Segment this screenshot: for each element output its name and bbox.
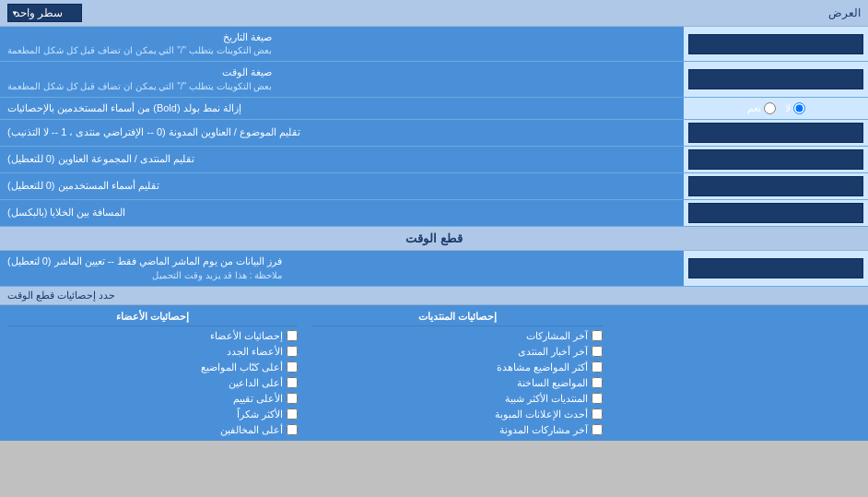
stat-label-top-inviters: أعلى الداعين xyxy=(229,377,283,389)
stats-header: حدد إحصائيات قطع الوقت xyxy=(0,287,868,305)
stat-label-blog-posts: آخر مشاركات المدونة xyxy=(499,424,588,436)
stat-cb-new-members[interactable] xyxy=(287,346,298,357)
stats-col2: إحصائيات الأعضاء إحصائيات الأعضاء الأعضا… xyxy=(0,305,305,441)
stats-title: حدد إحصائيات قطع الوقت xyxy=(7,290,115,302)
display-header-row: العرض سطر واحد سطرين ثلاثة أسطر xyxy=(0,0,868,27)
stats-item: آخر أخبار المنتدى xyxy=(312,344,603,360)
bold-no-label[interactable]: لا xyxy=(785,102,805,114)
stat-cb-last-posts[interactable] xyxy=(592,330,603,341)
cutoff-section-header: قطع الوقت xyxy=(0,227,868,251)
stat-label-new-members: الأعضاء الجدد xyxy=(227,346,283,358)
stats-item: الأكثر شكراً xyxy=(7,407,298,422)
user-names-row: 0 تقليم أسماء المستخدمين (0 للتعطيل) xyxy=(0,173,868,200)
bold-yes-label[interactable]: نعم xyxy=(747,102,776,114)
stats-item: الأعلى تقييم xyxy=(7,391,298,407)
cell-spacing-label: المسافة بين الخلايا (بالبكسل) xyxy=(0,200,684,226)
stat-label-latest-classified: أحدث الإعلانات المبوبة xyxy=(495,408,588,420)
stat-label-forum-news: آخر أخبار المنتدى xyxy=(518,346,588,358)
topic-order-label: تقليم الموضوع / العناوين المدونة (0 -- ا… xyxy=(0,120,684,146)
stats-item: أعلى كتّاب المواضيع xyxy=(7,360,298,375)
stats-right-space xyxy=(610,305,868,441)
stat-label-member-stats: إحصائيات الأعضاء xyxy=(210,330,283,342)
stats-item: أحدث الإعلانات المبوبة xyxy=(312,407,603,422)
stat-cb-hot-topics[interactable] xyxy=(592,377,603,388)
stat-cb-latest-classified[interactable] xyxy=(592,408,603,420)
bold-remove-label: إزالة نمط بولد (Bold) من أسماء المستخدمي… xyxy=(0,98,684,119)
stats-col2-header: إحصائيات الأعضاء xyxy=(7,308,298,326)
bold-radio-group: لا نعم xyxy=(747,102,805,114)
stats-item: آخر المشاركات xyxy=(312,328,603,344)
forum-order-input-cell: 33 xyxy=(684,147,868,172)
user-names-input[interactable]: 0 xyxy=(688,176,863,196)
display-label: العرض xyxy=(828,6,861,19)
date-format-input[interactable]: d-m xyxy=(688,34,863,54)
stats-columns: إحصائيات المنتديات آخر المشاركات آخر أخب… xyxy=(0,305,868,441)
stat-label-top-topic-writers: أعلى كتّاب المواضيع xyxy=(201,361,283,373)
stat-label-top-rated: الأعلى تقييم xyxy=(233,393,283,405)
cell-spacing-input-cell: 2 xyxy=(684,200,868,226)
date-format-input-cell: d-m xyxy=(684,27,868,61)
cell-spacing-row: 2 المسافة بين الخلايا (بالبكسل) xyxy=(0,200,868,227)
topic-order-row: 33 تقليم الموضوع / العناوين المدونة (0 -… xyxy=(0,120,868,147)
stats-item: أعلى المخالفين xyxy=(7,422,298,438)
stat-cb-most-thanked[interactable] xyxy=(287,408,298,420)
stat-cb-top-rated[interactable] xyxy=(287,393,298,404)
stat-cb-top-violators[interactable] xyxy=(287,424,298,435)
topic-order-input[interactable]: 33 xyxy=(688,123,863,143)
date-format-label: صيغة التاريخ بعض التكوينات يتطلب "/" الت… xyxy=(0,27,684,61)
stats-item: الأعضاء الجدد xyxy=(7,344,298,360)
cutoff-input-cell: 0 xyxy=(684,251,868,285)
stat-cb-top-topic-writers[interactable] xyxy=(287,361,298,373)
stat-cb-top-inviters[interactable] xyxy=(287,377,298,388)
stat-label-last-posts: آخر المشاركات xyxy=(526,330,588,342)
forum-order-label: تقليم المنتدى / المجموعة العناوين (0 للت… xyxy=(0,147,684,172)
display-dropdown[interactable]: سطر واحد سطرين ثلاثة أسطر xyxy=(7,4,82,22)
stats-item: آخر مشاركات المدونة xyxy=(312,422,603,438)
stats-item: إحصائيات الأعضاء xyxy=(7,328,298,344)
user-names-input-cell: 0 xyxy=(684,173,868,199)
topic-order-input-cell: 33 xyxy=(684,120,868,146)
time-format-input-cell: H:i xyxy=(684,62,868,96)
stat-cb-most-viewed[interactable] xyxy=(592,361,603,373)
bold-remove-input-cell: لا نعم xyxy=(684,98,868,119)
dropdown-wrapper[interactable]: سطر واحد سطرين ثلاثة أسطر xyxy=(7,4,82,22)
stat-cb-forum-news[interactable] xyxy=(592,346,603,357)
stat-label-top-violators: أعلى المخالفين xyxy=(220,424,283,436)
time-format-input[interactable]: H:i xyxy=(688,69,863,89)
cutoff-label: فرز البيانات من يوم الماشر الماضي فقط --… xyxy=(0,251,684,285)
stats-item: المواضيع الساخنة xyxy=(312,375,603,391)
bold-yes-radio[interactable] xyxy=(764,102,776,114)
stats-col1-header: إحصائيات المنتديات xyxy=(312,308,603,326)
user-names-label: تقليم أسماء المستخدمين (0 للتعطيل) xyxy=(0,173,684,199)
stats-item: المنتديات الأكثر شبية xyxy=(312,391,603,407)
forum-order-row: 33 تقليم المنتدى / المجموعة العناوين (0 … xyxy=(0,147,868,173)
cell-spacing-input[interactable]: 2 xyxy=(688,203,863,223)
stat-cb-blog-posts[interactable] xyxy=(592,424,603,435)
stat-cb-most-similar[interactable] xyxy=(592,393,603,404)
stats-item: أكثر المواضيع مشاهدة xyxy=(312,360,603,375)
cutoff-row: 0 فرز البيانات من يوم الماشر الماضي فقط … xyxy=(0,251,868,286)
stats-item: أعلى الداعين xyxy=(7,375,298,391)
stat-label-most-similar: المنتديات الأكثر شبية xyxy=(505,393,588,405)
bold-no-radio[interactable] xyxy=(793,102,805,114)
stat-label-most-viewed: أكثر المواضيع مشاهدة xyxy=(497,361,588,373)
bold-remove-row: لا نعم إزالة نمط بولد (Bold) من أسماء ال… xyxy=(0,98,868,120)
date-format-row: d-m صيغة التاريخ بعض التكوينات يتطلب "/"… xyxy=(0,27,868,62)
stat-label-hot-topics: المواضيع الساخنة xyxy=(517,377,588,389)
forum-order-input[interactable]: 33 xyxy=(688,149,863,170)
time-format-row: H:i صيغة الوقت بعض التكوينات يتطلب "/" ا… xyxy=(0,62,868,97)
stat-cb-member-stats[interactable] xyxy=(287,330,298,341)
time-format-label: صيغة الوقت بعض التكوينات يتطلب "/" التي … xyxy=(0,62,684,96)
cutoff-input[interactable]: 0 xyxy=(688,258,863,278)
stat-label-most-thanked: الأكثر شكراً xyxy=(237,408,283,420)
stats-col1: إحصائيات المنتديات آخر المشاركات آخر أخب… xyxy=(305,305,610,441)
